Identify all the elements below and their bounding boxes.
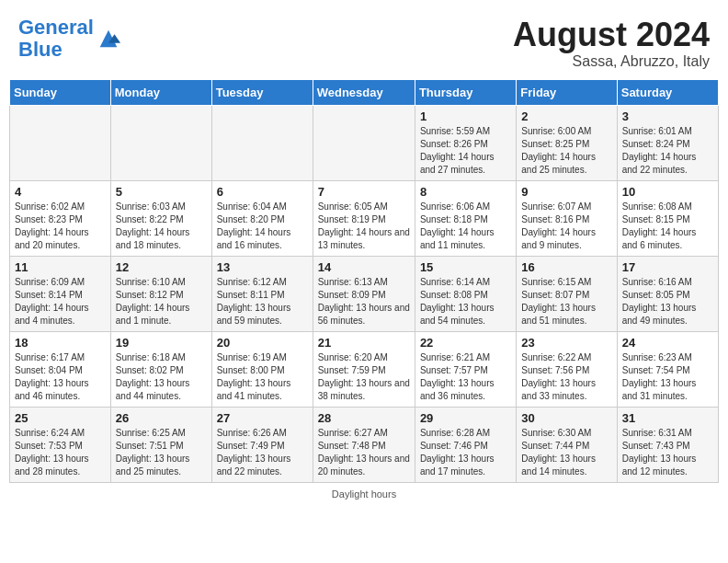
week-row-5: 25Sunrise: 6:24 AM Sunset: 7:53 PM Dayli… [10,407,719,482]
day-number: 30 [521,411,611,425]
day-number: 9 [521,185,611,199]
calendar-cell: 30Sunrise: 6:30 AM Sunset: 7:44 PM Dayli… [517,407,617,482]
day-number: 29 [420,411,511,425]
day-info: Sunrise: 6:31 AM Sunset: 7:43 PM Dayligh… [622,427,713,478]
calendar-cell: 25Sunrise: 6:24 AM Sunset: 7:53 PM Dayli… [10,407,111,482]
calendar-table: SundayMondayTuesdayWednesdayThursdayFrid… [9,79,719,483]
day-info: Sunrise: 6:12 AM Sunset: 8:11 PM Dayligh… [217,276,308,327]
day-number: 23 [521,336,611,350]
calendar-cell: 16Sunrise: 6:15 AM Sunset: 8:07 PM Dayli… [517,256,617,331]
calendar-cell: 22Sunrise: 6:21 AM Sunset: 7:57 PM Dayli… [415,331,516,407]
col-header-wednesday: Wednesday [313,79,415,105]
day-info: Sunrise: 6:17 AM Sunset: 8:04 PM Dayligh… [15,351,106,403]
calendar-cell: 19Sunrise: 6:18 AM Sunset: 8:02 PM Dayli… [110,331,211,407]
day-info: Sunrise: 6:01 AM Sunset: 8:24 PM Dayligh… [622,125,713,177]
calendar-cell [10,105,111,180]
calendar-cell [211,105,313,180]
day-number: 24 [622,336,713,350]
day-info: Sunrise: 6:06 AM Sunset: 8:18 PM Dayligh… [420,201,511,252]
calendar-cell: 2Sunrise: 6:00 AM Sunset: 8:25 PM Daylig… [517,105,617,180]
day-number: 4 [15,185,106,199]
day-number: 11 [15,260,106,274]
day-number: 22 [420,336,511,350]
calendar-cell: 6Sunrise: 6:04 AM Sunset: 8:20 PM Daylig… [211,180,313,256]
col-header-thursday: Thursday [415,79,516,105]
calendar-cell: 4Sunrise: 6:02 AM Sunset: 8:23 PM Daylig… [10,180,111,256]
day-info: Sunrise: 6:05 AM Sunset: 8:19 PM Dayligh… [318,201,410,252]
calendar-cell: 17Sunrise: 6:16 AM Sunset: 8:05 PM Dayli… [617,256,718,331]
day-number: 3 [622,109,713,123]
week-row-1: 1Sunrise: 5:59 AM Sunset: 8:26 PM Daylig… [10,105,719,180]
day-number: 19 [116,336,207,350]
day-info: Sunrise: 6:26 AM Sunset: 7:49 PM Dayligh… [217,427,308,478]
day-number: 31 [622,411,713,425]
calendar-cell: 5Sunrise: 6:03 AM Sunset: 8:22 PM Daylig… [110,180,211,256]
col-header-sunday: Sunday [10,79,111,105]
calendar-cell: 13Sunrise: 6:12 AM Sunset: 8:11 PM Dayli… [211,256,313,331]
day-info: Sunrise: 6:22 AM Sunset: 7:56 PM Dayligh… [521,351,611,403]
day-info: Sunrise: 6:23 AM Sunset: 7:54 PM Dayligh… [622,351,713,403]
day-info: Sunrise: 6:25 AM Sunset: 7:51 PM Dayligh… [116,427,207,478]
logo: GeneralBlue [18,17,121,61]
day-number: 26 [116,411,207,425]
day-number: 8 [420,185,511,199]
calendar-cell: 10Sunrise: 6:08 AM Sunset: 8:15 PM Dayli… [617,180,718,256]
day-info: Sunrise: 5:59 AM Sunset: 8:26 PM Dayligh… [420,125,511,177]
calendar-header: SundayMondayTuesdayWednesdayThursdayFrid… [10,79,719,105]
calendar-cell [110,105,211,180]
calendar-cell: 29Sunrise: 6:28 AM Sunset: 7:46 PM Dayli… [415,407,516,482]
day-number: 10 [622,185,713,199]
day-number: 5 [116,185,207,199]
calendar-cell: 11Sunrise: 6:09 AM Sunset: 8:14 PM Dayli… [10,256,111,331]
calendar-cell: 3Sunrise: 6:01 AM Sunset: 8:24 PM Daylig… [617,105,718,180]
month-year: August 2024 [513,17,710,53]
day-info: Sunrise: 6:15 AM Sunset: 8:07 PM Dayligh… [521,276,611,327]
day-number: 12 [116,260,207,274]
day-info: Sunrise: 6:04 AM Sunset: 8:20 PM Dayligh… [217,201,308,252]
day-info: Sunrise: 6:20 AM Sunset: 7:59 PM Dayligh… [318,351,410,403]
day-info: Sunrise: 6:14 AM Sunset: 8:08 PM Dayligh… [420,276,511,327]
calendar-cell: 7Sunrise: 6:05 AM Sunset: 8:19 PM Daylig… [313,180,415,256]
calendar-cell: 15Sunrise: 6:14 AM Sunset: 8:08 PM Dayli… [415,256,516,331]
col-header-monday: Monday [110,79,211,105]
col-header-saturday: Saturday [617,79,718,105]
calendar-cell: 18Sunrise: 6:17 AM Sunset: 8:04 PM Dayli… [10,331,111,407]
day-info: Sunrise: 6:08 AM Sunset: 8:15 PM Dayligh… [622,201,713,252]
week-row-2: 4Sunrise: 6:02 AM Sunset: 8:23 PM Daylig… [10,180,719,256]
day-info: Sunrise: 6:24 AM Sunset: 7:53 PM Dayligh… [15,427,106,478]
day-number: 18 [15,336,106,350]
calendar-cell: 28Sunrise: 6:27 AM Sunset: 7:48 PM Dayli… [313,407,415,482]
calendar-cell: 8Sunrise: 6:06 AM Sunset: 8:18 PM Daylig… [415,180,516,256]
day-info: Sunrise: 6:16 AM Sunset: 8:05 PM Dayligh… [622,276,713,327]
col-header-friday: Friday [517,79,617,105]
day-number: 27 [217,411,308,425]
location: Sassa, Abruzzo, Italy [513,53,710,70]
title-block: August 2024 Sassa, Abruzzo, Italy [513,17,710,70]
day-info: Sunrise: 6:19 AM Sunset: 8:00 PM Dayligh… [217,351,308,403]
calendar-cell: 9Sunrise: 6:07 AM Sunset: 8:16 PM Daylig… [517,180,617,256]
day-info: Sunrise: 6:28 AM Sunset: 7:46 PM Dayligh… [420,427,511,478]
day-number: 1 [420,109,511,123]
page-header: GeneralBlue August 2024 Sassa, Abruzzo, … [9,9,719,75]
day-number: 2 [521,109,611,123]
day-number: 15 [420,260,511,274]
logo-text: GeneralBlue [18,17,94,61]
calendar-cell: 24Sunrise: 6:23 AM Sunset: 7:54 PM Dayli… [617,331,718,407]
day-number: 13 [217,260,308,274]
day-info: Sunrise: 6:27 AM Sunset: 7:48 PM Dayligh… [318,427,410,478]
day-info: Sunrise: 6:30 AM Sunset: 7:44 PM Dayligh… [521,427,611,478]
calendar-cell [313,105,415,180]
day-number: 25 [15,411,106,425]
week-row-4: 18Sunrise: 6:17 AM Sunset: 8:04 PM Dayli… [10,331,719,407]
calendar-cell: 12Sunrise: 6:10 AM Sunset: 8:12 PM Dayli… [110,256,211,331]
day-number: 6 [217,185,308,199]
day-number: 17 [622,260,713,274]
day-number: 16 [521,260,611,274]
logo-icon [96,26,121,52]
calendar-cell: 23Sunrise: 6:22 AM Sunset: 7:56 PM Dayli… [517,331,617,407]
day-info: Sunrise: 6:21 AM Sunset: 7:57 PM Dayligh… [420,351,511,403]
col-header-tuesday: Tuesday [211,79,313,105]
day-info: Sunrise: 6:10 AM Sunset: 8:12 PM Dayligh… [116,276,207,327]
day-info: Sunrise: 6:13 AM Sunset: 8:09 PM Dayligh… [318,276,410,327]
day-number: 20 [217,336,308,350]
